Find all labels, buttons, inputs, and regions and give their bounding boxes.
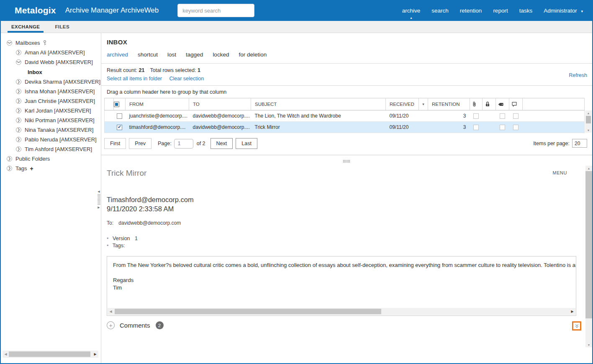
tree-label: Mailboxes	[15, 40, 40, 46]
tab-exchange[interactable]: EXCHANGE	[8, 21, 44, 33]
top-nav: archive ▲ search retention report tasks …	[402, 8, 583, 14]
expand-toggle-icon[interactable]: ❯	[7, 156, 12, 161]
expand-toggle-icon[interactable]: ❯	[16, 137, 21, 142]
nav-administrator-menu[interactable]: Administrator ▾	[544, 8, 583, 14]
scrollbar-thumb[interactable]	[9, 351, 90, 357]
tree-node-mailbox[interactable]: ❯ Nina Tanaka [AMXSERVER]	[1, 125, 101, 135]
tree-node-mailbox[interactable]: ❯ Aman Ali [AMXSERVER]	[1, 48, 101, 57]
column-header-comment[interactable]	[509, 98, 523, 110]
column-header-retention[interactable]: RETENTION	[428, 98, 470, 110]
horizontal-splitter-grip[interactable]	[343, 160, 351, 163]
splitter-grip[interactable]	[98, 194, 100, 205]
scroll-right-arrow-icon[interactable]: ▶	[92, 352, 98, 356]
expand-toggle-icon[interactable]: ❯	[16, 98, 21, 104]
cell-attachment-checkbox[interactable]	[470, 110, 483, 122]
scrollbar-thumb[interactable]	[586, 116, 591, 123]
column-header-subject[interactable]: SUBJECT	[251, 98, 386, 110]
tree-node-mailbox[interactable]: ❯ David Webb [AMXSERVER]	[1, 57, 101, 67]
cell-tag-checkbox[interactable]	[496, 110, 509, 122]
collapse-right-icon[interactable]: ▶	[98, 206, 100, 209]
expand-toggle-icon[interactable]: ❯	[7, 166, 12, 171]
sidebar-horizontal-scrollbar[interactable]: ◀ ▶	[3, 351, 98, 358]
column-header-from[interactable]: FROM	[126, 98, 189, 110]
nav-search[interactable]: search	[431, 8, 449, 14]
group-by-panel[interactable]: Drag a column header here to group by th…	[101, 85, 592, 98]
expand-comments-chevron-button-highlighted[interactable]	[572, 321, 581, 331]
tree-node-mailbox[interactable]: ❯ Karl Jordan [AMXSERVER]	[1, 106, 101, 115]
column-header-attachment[interactable]	[470, 98, 483, 110]
grid-vertical-scrollbar[interactable]: ▲ ▼	[585, 110, 592, 133]
expand-toggle-icon[interactable]: ❯	[16, 146, 21, 152]
cell-comment-checkbox[interactable]	[509, 122, 523, 133]
body-horizontal-scrollbar[interactable]: ◀ ▶	[108, 308, 575, 315]
scroll-left-arrow-icon[interactable]: ◀	[3, 352, 9, 356]
scrollbar-thumb[interactable]	[585, 171, 592, 318]
tree-node-mailbox[interactable]: ❯ Juan Christie [AMXSERVER]	[1, 96, 101, 106]
scroll-up-arrow-icon[interactable]: ▲	[587, 110, 590, 115]
tab-files[interactable]: FILES	[51, 21, 73, 33]
row-checkbox[interactable]	[114, 122, 126, 133]
message-row[interactable]: juanchristie@democorp.... davidwebb@demo…	[105, 110, 585, 122]
next-page-button[interactable]: Next	[211, 138, 233, 149]
vertical-splitter[interactable]: ◀ ▶	[97, 190, 101, 209]
expand-toggle-icon[interactable]: ❯	[7, 40, 12, 46]
last-page-button[interactable]: Last	[236, 138, 257, 149]
clear-selection-link[interactable]: Clear selection	[169, 76, 204, 82]
add-tag-icon[interactable]: +	[30, 165, 33, 172]
scroll-down-arrow-icon[interactable]: ▼	[587, 128, 590, 133]
tree-node-mailbox[interactable]: ❯ Niki Portman [AMXSERVER]	[1, 115, 101, 125]
tree-node-inbox-selected[interactable]: Inbox	[1, 67, 101, 77]
select-all-link[interactable]: Select all items in folder	[107, 76, 162, 82]
tree-node-mailbox[interactable]: ❯ Devika Sharma [AMXSERVER]	[1, 77, 101, 87]
cell-attachment-checkbox[interactable]	[470, 122, 483, 133]
tree-node-mailboxes[interactable]: ❯ Mailboxes	[1, 38, 101, 48]
first-page-button[interactable]: First	[104, 138, 126, 149]
keyword-search-input[interactable]	[177, 4, 254, 17]
filter-shortcut[interactable]: shortcut	[138, 51, 158, 58]
items-per-page-input[interactable]	[572, 139, 587, 148]
scrollbar-thumb[interactable]	[115, 309, 381, 314]
preview-vertical-scrollbar[interactable]: ▲ ▼	[585, 166, 592, 347]
nav-retention[interactable]: retention	[460, 8, 482, 14]
expand-toggle-icon[interactable]: ❯	[16, 50, 21, 55]
column-header-received[interactable]: RECEIVED ▾	[386, 98, 428, 110]
page-number-input[interactable]	[174, 139, 193, 149]
tree-node-public-folders[interactable]: ❯ Public Folders	[1, 154, 101, 164]
scroll-down-arrow-icon[interactable]: ▼	[588, 342, 590, 347]
filter-for-deletion[interactable]: for deletion	[239, 51, 267, 58]
cell-comment-checkbox[interactable]	[509, 110, 523, 122]
tree-node-mailbox[interactable]: ❯ Tim Ashford [AMXSERVER]	[1, 144, 101, 154]
filter-tagged[interactable]: tagged	[186, 51, 203, 58]
nav-report[interactable]: report	[493, 8, 508, 14]
tree-node-mailbox[interactable]: ❯ Pablo Neruda [AMXSERVER]	[1, 135, 101, 144]
nav-archive[interactable]: archive ▲	[402, 8, 421, 14]
expand-toggle-icon[interactable]: ❯	[16, 59, 21, 65]
tree-node-tags[interactable]: ❯ Tags +	[1, 164, 101, 173]
filter-locked[interactable]: locked	[213, 51, 229, 58]
preview-menu-button[interactable]: MENU	[553, 170, 567, 175]
expand-toggle-icon[interactable]: ❯	[16, 89, 21, 94]
cell-tag-checkbox[interactable]	[496, 122, 509, 133]
column-header-tag[interactable]	[496, 98, 509, 110]
scroll-right-arrow-icon[interactable]: ▶	[569, 310, 575, 313]
message-row-selected[interactable]: timashford@democorp.... davidwebb@democo…	[105, 122, 585, 133]
expand-toggle-icon[interactable]: ❯	[16, 127, 21, 133]
row-checkbox[interactable]	[114, 110, 126, 122]
scroll-left-arrow-icon[interactable]: ◀	[108, 310, 114, 313]
sort-dropdown-icon[interactable]: ▾	[418, 98, 428, 110]
refresh-link[interactable]: Refresh	[569, 72, 587, 78]
collapse-left-icon[interactable]: ◀	[98, 190, 100, 193]
filter-lost[interactable]: lost	[167, 51, 176, 58]
scroll-up-arrow-icon[interactable]: ▲	[588, 166, 590, 171]
expand-toggle-icon[interactable]: ❯	[16, 108, 21, 113]
tree-node-mailbox[interactable]: ❯ Ishna Mohan [AMXSERVER]	[1, 87, 101, 96]
expand-comments-icon[interactable]: +	[107, 321, 115, 329]
prev-page-button[interactable]: Prev	[129, 138, 151, 149]
column-header-lock[interactable]	[483, 98, 496, 110]
column-header-to[interactable]: TO	[189, 98, 251, 110]
nav-tasks[interactable]: tasks	[519, 8, 533, 14]
select-all-checkbox[interactable]	[114, 98, 126, 110]
expand-toggle-icon[interactable]: ❯	[16, 79, 21, 85]
expand-toggle-icon[interactable]: ❯	[16, 118, 21, 123]
filter-archived[interactable]: archived	[107, 51, 128, 58]
